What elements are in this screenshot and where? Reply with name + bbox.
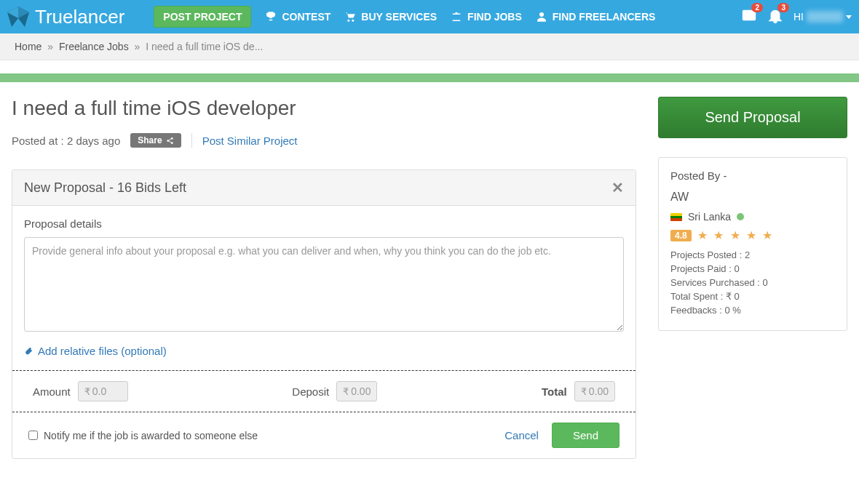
nav-find-freelancers-label: FIND FREELANCERS [553,11,656,23]
logo-icon [7,7,29,27]
stat-services-purchased: Services Purchased : 0 [670,277,835,288]
svg-point-5 [539,12,544,17]
breadcrumb: Home » Freelance Jobs » I need a full ti… [0,33,859,60]
share-icon [166,137,174,145]
add-files-link[interactable]: Add relative files (optional) [24,345,167,357]
brand-logo[interactable]: Truelancer [7,6,124,28]
stat-total-spent: Total Spent : ₹ 0 [670,291,835,302]
cart-icon [344,10,357,23]
stat-projects-paid: Projects Paid : 0 [670,263,835,274]
notify-checkbox-wrap[interactable]: Notify me if the job is awarded to someo… [28,430,258,441]
amount-label: Amount [33,385,71,398]
chevron-down-icon [846,15,852,19]
page-title: I need a full time iOS developer [12,97,636,120]
notifications-badge: 3 [777,3,789,12]
breadcrumb-sep: » [135,41,140,52]
total-value: 0.00 [589,385,609,397]
notify-label: Notify me if the job is awarded to someo… [44,430,258,441]
person-icon [535,10,548,23]
rupee-icon: ₹ [84,386,90,397]
close-icon[interactable]: ✕ [611,179,624,196]
meta-separator [191,133,192,148]
greeting-label: HI [793,11,804,23]
stat-projects-posted: Projects Posted : 2 [670,249,835,260]
posted-at-label: Posted at : 2 days ago [12,135,120,147]
nav-find-jobs-label: FIND JOBS [467,11,522,23]
nav-buy-services[interactable]: BUY SERVICES [344,10,437,23]
stat-feedbacks: Feedbacks : 0 % [670,305,835,316]
green-divider [0,73,859,82]
user-menu[interactable]: HI [793,11,852,23]
nav-buy-services-label: BUY SERVICES [361,11,437,23]
breadcrumb-jobs[interactable]: Freelance Jobs [59,41,129,52]
svg-point-4 [352,20,355,22]
messages-icon-wrap[interactable]: 2 [741,7,757,26]
username-blurred [807,11,843,23]
rupee-icon: ₹ [343,386,349,397]
posted-by-card: Posted By - AW Sri Lanka 4.8 ★ ★ ★ ★ ★ P… [658,157,847,331]
proposal-details-label: Proposal details [24,217,624,230]
post-similar-link[interactable]: Post Similar Project [202,135,298,147]
deposit-display: ₹0.00 [336,381,377,401]
breadcrumb-current: I need a full time iOS de... [146,41,263,52]
notifications-icon-wrap[interactable]: 3 [767,7,783,26]
rating-badge: 4.8 [670,230,692,241]
post-project-button[interactable]: POST PROJECT [154,6,251,28]
total-label: Total [542,385,567,398]
briefcase-icon [450,10,463,23]
notify-checkbox[interactable] [28,431,38,440]
share-button[interactable]: Share [130,133,181,148]
breadcrumb-home[interactable]: Home [15,41,41,52]
proposal-textarea[interactable] [24,237,624,332]
messages-badge: 2 [751,3,763,12]
country-label: Sri Lanka [688,211,731,223]
posted-by-header: Posted By - [670,169,835,182]
stars-icon: ★ ★ ★ ★ ★ [697,228,775,242]
nav-find-jobs[interactable]: FIND JOBS [450,10,522,23]
svg-point-8 [167,140,169,142]
rupee-icon: ₹ [581,386,587,397]
share-button-label: Share [138,135,162,145]
paperclip-icon [24,346,33,356]
add-files-label: Add relative files (optional) [38,345,167,357]
send-button[interactable]: Send [552,423,619,448]
trophy-icon [264,10,277,23]
amount-input-wrap[interactable]: ₹ [78,381,128,401]
svg-point-9 [171,142,173,144]
flag-icon [670,213,682,221]
send-proposal-button[interactable]: Send Proposal [658,97,847,138]
deposit-label: Deposit [292,385,329,398]
svg-point-7 [171,137,173,139]
deposit-value: 0.00 [351,385,371,397]
svg-point-3 [348,20,350,22]
top-navbar: Truelancer POST PROJECT CONTEST BUY SERV… [0,0,859,33]
total-display: ₹0.00 [574,381,615,401]
proposal-panel: New Proposal - 16 Bids Left ✕ Proposal d… [12,169,636,459]
proposal-header: New Proposal - 16 Bids Left [24,180,186,196]
amount-input[interactable] [92,385,122,397]
nav-contest[interactable]: CONTEST [264,10,330,23]
nav-contest-label: CONTEST [282,11,330,23]
online-status-icon [737,213,744,220]
poster-name: AW [670,191,835,204]
brand-name: Truelancer [35,6,124,28]
nav-find-freelancers[interactable]: FIND FREELANCERS [535,10,656,23]
cancel-button[interactable]: Cancel [504,429,539,441]
breadcrumb-sep: » [47,41,53,52]
